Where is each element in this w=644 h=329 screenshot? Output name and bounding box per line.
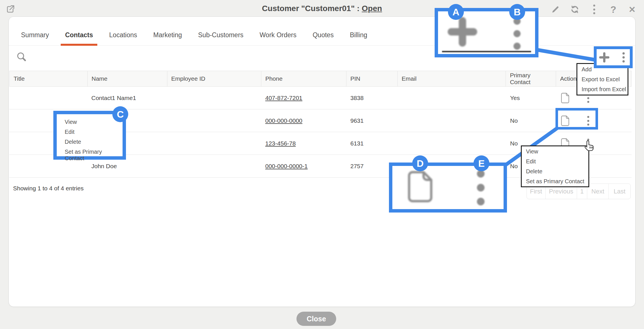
help-icon[interactable]: ?	[607, 3, 620, 16]
tab-quotes[interactable]: Quotes	[308, 25, 338, 46]
menu-item-import-from-excel[interactable]: Import from Excel	[577, 84, 628, 94]
pin-value: 9631	[346, 109, 398, 132]
menu-item-set-as-primary-contact[interactable]: Set as Primary Contact	[522, 176, 588, 186]
table-row: Contact1 Name1 407-872-7201 3838 Yes	[9, 87, 632, 109]
edit-pencil-icon[interactable]	[549, 3, 562, 16]
menu-item-delete[interactable]: Delete	[522, 166, 588, 176]
search-icon[interactable]	[16, 51, 29, 64]
window-kebab-menu-icon[interactable]	[588, 3, 600, 16]
pin-value: 6131	[346, 132, 398, 155]
tab-work-orders[interactable]: Work Orders	[255, 25, 301, 46]
callout-badge-b: B	[509, 4, 525, 20]
col-header-pin: PIN	[346, 71, 398, 86]
phone-link[interactable]: 000-000-0000-1	[265, 163, 308, 170]
close-button[interactable]: Close	[296, 312, 336, 326]
table-kebab-menu-button[interactable]	[622, 52, 626, 63]
tab-summary[interactable]: Summary	[17, 25, 53, 46]
menu-item-delete[interactable]: Delete	[65, 137, 123, 147]
tab-sub-customers[interactable]: Sub-Customers	[194, 25, 248, 46]
close-window-icon[interactable]: ✕	[626, 3, 638, 16]
magnified-kebab-menu-icon	[513, 18, 521, 50]
col-header-employee-id: Employee ID	[167, 71, 262, 86]
pin-value: 3838	[346, 87, 398, 109]
col-header-email: Email	[398, 71, 506, 86]
tab-bar: Summary Contacts Locations Marketing Sub…	[9, 25, 635, 46]
customer-status-link[interactable]: Open	[362, 4, 382, 13]
col-header-name: Name	[88, 71, 167, 86]
magnified-add-icon	[448, 17, 477, 47]
col-header-primary-contact: Primary Contact	[506, 71, 556, 86]
col-header-phone: Phone	[261, 71, 346, 86]
magnified-toolbar-edge	[442, 51, 531, 52]
phone-link[interactable]: 407-872-7201	[265, 95, 302, 101]
add-contact-button[interactable]	[599, 52, 610, 63]
menu-item-edit[interactable]: Edit	[522, 157, 588, 166]
pagination-next-button[interactable]: Next	[587, 184, 609, 199]
callout-badge-a: A	[448, 4, 464, 20]
col-header-title: Title	[10, 71, 88, 86]
callout-badge-d: D	[412, 155, 428, 171]
tab-marketing[interactable]: Marketing	[149, 25, 186, 46]
window-title: Customer "Customer01" : Open	[0, 4, 644, 13]
callout-badge-c: C	[112, 106, 128, 122]
callout-badge-e: E	[473, 155, 489, 171]
refresh-icon[interactable]	[569, 3, 581, 16]
magnified-row-kebab-icon	[477, 170, 485, 205]
primary-contact-value: No	[506, 109, 556, 132]
magnified-document-icon	[407, 170, 433, 204]
toolbar-highlight-box	[594, 46, 633, 68]
tab-billing[interactable]: Billing	[346, 25, 371, 46]
tab-locations[interactable]: Locations	[105, 25, 141, 46]
phone-link[interactable]: 000-000-0000	[265, 117, 302, 124]
window-title-text: Customer "Customer01" :	[262, 4, 359, 13]
table-header-row: Title Name Employee ID Phone PIN Email P…	[9, 71, 632, 87]
primary-contact-value: Yes	[506, 87, 556, 109]
pagination-last-button[interactable]: Last	[609, 184, 630, 199]
phone-link[interactable]: 123-456-78	[265, 140, 296, 147]
document-icon[interactable]	[561, 93, 569, 103]
callout-box-de	[389, 163, 507, 213]
row-context-menu: View Edit Delete Set as Primary Contact	[521, 145, 589, 187]
table-entries-summary: Showing 1 to 4 of 4 entries	[13, 185, 84, 192]
menu-item-edit[interactable]: Edit	[65, 127, 123, 137]
menu-item-set-as-primary-contact[interactable]: Set as Primary Contact	[65, 147, 123, 163]
contact-name: Contact1 Name1	[87, 87, 167, 109]
menu-item-export-to-excel[interactable]: Export to Excel	[577, 74, 628, 84]
row-actions-highlight-box	[555, 108, 598, 130]
tab-contacts[interactable]: Contacts	[61, 25, 97, 46]
menu-item-view[interactable]: View	[522, 147, 588, 157]
